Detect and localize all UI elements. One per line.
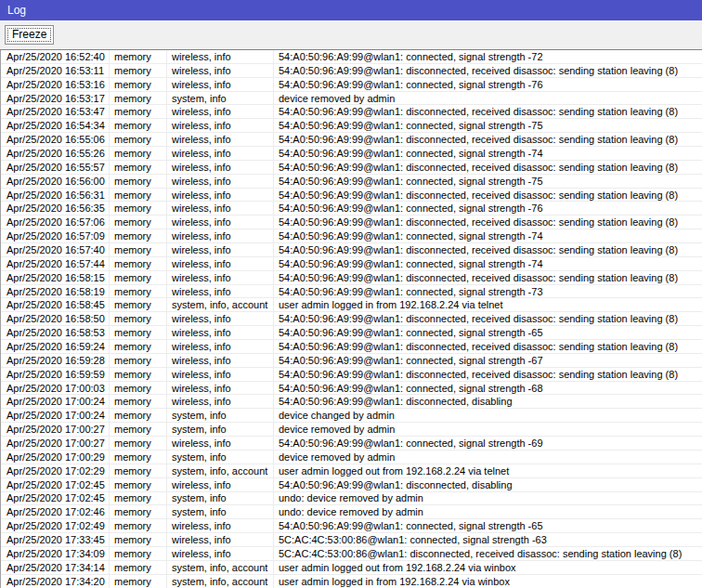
log-message: 54:A0:50:96:A9:99@wlan1: disconnected, r… — [274, 189, 702, 202]
log-row[interactable]: Apr/25/2020 16:58:19 memory wireless, in… — [1, 285, 702, 299]
log-row[interactable]: Apr/25/2020 17:33:45 memory wireless, in… — [1, 533, 702, 547]
log-row[interactable]: Apr/25/2020 17:34:14 memory system, info… — [1, 561, 702, 575]
titlebar[interactable]: Log — [0, 0, 702, 20]
log-row[interactable]: Apr/25/2020 17:00:27 memory wireless, in… — [1, 437, 702, 451]
log-buffer: memory — [110, 92, 167, 105]
log-row[interactable]: Apr/25/2020 17:00:27 memory system, info… — [1, 423, 702, 437]
log-row[interactable]: Apr/25/2020 16:52:40 memory wireless, in… — [1, 50, 702, 64]
log-buffer: memory — [110, 340, 167, 353]
log-row[interactable]: Apr/25/2020 16:58:45 memory system, info… — [1, 298, 702, 312]
log-row[interactable]: Apr/25/2020 16:55:26 memory wireless, in… — [1, 147, 702, 161]
log-row[interactable]: Apr/25/2020 16:53:47 memory wireless, in… — [1, 105, 702, 119]
log-row[interactable]: Apr/25/2020 16:54:34 memory wireless, in… — [1, 119, 702, 133]
log-buffer: memory — [110, 50, 167, 63]
log-row[interactable]: Apr/25/2020 16:55:06 memory wireless, in… — [1, 133, 702, 147]
freeze-button[interactable]: Freeze — [5, 25, 54, 45]
log-row[interactable]: Apr/25/2020 16:59:28 memory wireless, in… — [1, 354, 702, 368]
log-row[interactable]: Apr/25/2020 17:00:03 memory wireless, in… — [1, 382, 702, 396]
log-row[interactable]: Apr/25/2020 16:53:16 memory wireless, in… — [1, 78, 702, 92]
log-message: 54:A0:50:96:A9:99@wlan1: disconnected, r… — [274, 271, 702, 284]
log-row[interactable]: Apr/25/2020 16:55:57 memory wireless, in… — [1, 161, 702, 175]
log-topics: wireless, info — [167, 478, 274, 491]
log-row[interactable]: Apr/25/2020 17:02:49 memory wireless, in… — [1, 519, 702, 533]
log-row[interactable]: Apr/25/2020 17:02:45 memory system, info… — [1, 492, 702, 506]
log-topics: wireless, info — [167, 78, 274, 91]
log-message: device removed by admin — [274, 423, 702, 436]
log-row[interactable]: Apr/25/2020 16:57:06 memory wireless, in… — [1, 216, 702, 229]
log-row[interactable]: Apr/25/2020 16:59:24 memory wireless, in… — [1, 340, 702, 354]
log-buffer: memory — [110, 64, 167, 77]
log-row[interactable]: Apr/25/2020 16:57:40 memory wireless, in… — [1, 243, 702, 257]
log-topics: wireless, info — [167, 105, 274, 118]
log-row[interactable]: Apr/25/2020 17:02:29 memory system, info… — [1, 464, 702, 478]
log-time: Apr/25/2020 16:58:53 — [1, 326, 110, 339]
log-message: 54:A0:50:96:A9:99@wlan1: disconnected, r… — [274, 243, 702, 256]
log-row[interactable]: Apr/25/2020 16:58:53 memory wireless, in… — [1, 326, 702, 340]
log-topics: wireless, info — [167, 229, 274, 242]
log-topics: wireless, info — [167, 189, 274, 202]
log-row[interactable]: Apr/25/2020 17:00:24 memory wireless, in… — [1, 395, 702, 409]
log-row[interactable]: Apr/25/2020 16:57:44 memory wireless, in… — [1, 257, 702, 271]
log-time: Apr/25/2020 16:58:50 — [1, 312, 110, 325]
log-time: Apr/25/2020 17:00:24 — [1, 395, 110, 408]
log-buffer: memory — [110, 133, 167, 146]
log-buffer: memory — [110, 326, 167, 339]
log-buffer: memory — [110, 229, 167, 242]
log-message: 54:A0:50:96:A9:99@wlan1: disconnected, r… — [274, 368, 702, 381]
log-message: user admin logged out from 192.168.2.24 … — [274, 464, 702, 477]
log-time: Apr/25/2020 16:54:34 — [1, 119, 110, 132]
log-time: Apr/25/2020 17:00:27 — [1, 423, 110, 436]
log-topics: wireless, info — [167, 64, 274, 77]
log-row[interactable]: Apr/25/2020 16:53:11 memory wireless, in… — [1, 64, 702, 78]
log-buffer: memory — [110, 505, 167, 518]
log-message: 54:A0:50:96:A9:99@wlan1: connected, sign… — [274, 382, 702, 395]
log-time: Apr/25/2020 16:58:45 — [1, 298, 110, 311]
log-buffer: memory — [110, 78, 167, 91]
log-buffer: memory — [110, 175, 167, 188]
log-time: Apr/25/2020 17:02:46 — [1, 505, 110, 518]
log-row[interactable]: Apr/25/2020 16:56:00 memory wireless, in… — [1, 175, 702, 189]
log-message: 54:A0:50:96:A9:99@wlan1: disconnected, r… — [274, 340, 702, 353]
log-buffer: memory — [110, 298, 167, 311]
log-row[interactable]: Apr/25/2020 17:34:20 memory system, info… — [1, 575, 702, 588]
log-topics: wireless, info — [167, 257, 274, 270]
log-time: Apr/25/2020 16:53:16 — [1, 78, 110, 91]
log-topics: wireless, info — [167, 395, 274, 408]
log-topics: system, info, account — [167, 298, 274, 311]
log-topics: wireless, info — [167, 312, 274, 325]
log-message: 54:A0:50:96:A9:99@wlan1: connected, sign… — [274, 257, 702, 270]
log-row[interactable]: Apr/25/2020 16:58:50 memory wireless, in… — [1, 312, 702, 326]
log-buffer: memory — [110, 478, 167, 491]
log-topics: wireless, info — [167, 216, 274, 229]
log-row[interactable]: Apr/25/2020 16:58:15 memory wireless, in… — [1, 271, 702, 285]
log-table[interactable]: Apr/25/2020 16:52:40 memory wireless, in… — [0, 50, 702, 588]
log-row[interactable]: Apr/25/2020 17:00:24 memory system, info… — [1, 409, 702, 423]
log-buffer: memory — [110, 547, 167, 560]
log-buffer: memory — [110, 105, 167, 118]
log-message: 54:A0:50:96:A9:99@wlan1: disconnected, r… — [274, 161, 702, 174]
log-row[interactable]: Apr/25/2020 16:56:31 memory wireless, in… — [1, 189, 702, 203]
log-row[interactable]: Apr/25/2020 17:02:45 memory wireless, in… — [1, 478, 702, 492]
log-row[interactable]: Apr/25/2020 16:57:09 memory wireless, in… — [1, 229, 702, 243]
log-message: 54:A0:50:96:A9:99@wlan1: disconnected, r… — [274, 216, 702, 229]
log-row[interactable]: Apr/25/2020 17:34:09 memory wireless, in… — [1, 547, 702, 561]
log-message: 54:A0:50:96:A9:99@wlan1: disconnected, r… — [274, 133, 702, 146]
log-time: Apr/25/2020 17:33:45 — [1, 533, 110, 546]
log-message: 54:A0:50:96:A9:99@wlan1: disconnected, d… — [274, 395, 702, 408]
log-topics: wireless, info — [167, 147, 274, 160]
log-time: Apr/25/2020 16:58:15 — [1, 271, 110, 284]
log-message: undo: device removed by admin — [274, 505, 702, 518]
log-row[interactable]: Apr/25/2020 16:56:35 memory wireless, in… — [1, 202, 702, 216]
log-time: Apr/25/2020 17:00:24 — [1, 409, 110, 422]
log-row[interactable]: Apr/25/2020 16:53:17 memory system, info… — [1, 92, 702, 106]
log-time: Apr/25/2020 17:00:03 — [1, 382, 110, 395]
log-row[interactable]: Apr/25/2020 17:00:29 memory system, info… — [1, 451, 702, 464]
log-window: Log Freeze Apr/25/2020 16:52:40 memory w… — [0, 0, 702, 588]
log-topics: wireless, info — [167, 133, 274, 146]
log-message: user admin logged out from 192.168.2.24 … — [274, 561, 702, 574]
log-row[interactable]: Apr/25/2020 17:02:46 memory system, info… — [1, 505, 702, 519]
log-topics: wireless, info — [167, 285, 274, 298]
log-row[interactable]: Apr/25/2020 16:59:59 memory wireless, in… — [1, 368, 702, 382]
log-time: Apr/25/2020 17:02:29 — [1, 464, 110, 477]
log-buffer: memory — [110, 243, 167, 256]
